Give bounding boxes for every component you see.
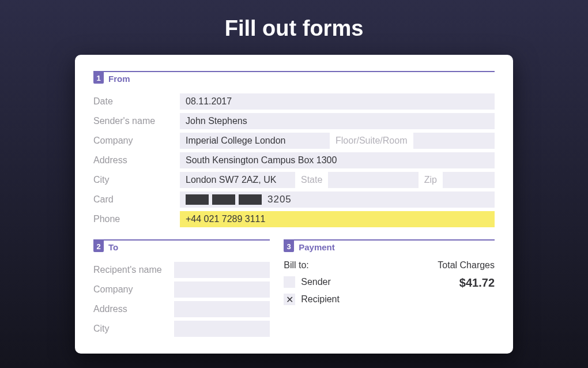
sender-label: Sender's name: [93, 116, 180, 126]
section-from-header: 1 From: [93, 71, 495, 85]
row-card: Card 3205: [93, 190, 495, 209]
date-field[interactable]: 08.11.2017: [180, 93, 495, 110]
bill-to-group: Bill to: Sender ✕ Recipient: [284, 260, 438, 311]
city-field[interactable]: London SW7 2AZ, UK: [180, 172, 295, 188]
form-card: 1 From Date 08.11.2017 Sender's name Joh…: [75, 55, 513, 354]
date-label: Date: [93, 96, 180, 107]
section-payment-number: 3: [284, 241, 294, 252]
section-to-header: 2 To: [93, 239, 270, 253]
card-masked-segment: [186, 194, 209, 205]
bill-sender-label: Sender: [301, 277, 331, 287]
bill-sender-checkbox[interactable]: [284, 276, 295, 288]
to-city-label: City: [93, 324, 174, 334]
card-field[interactable]: 3205: [180, 191, 495, 208]
page-title: Fill out forms: [225, 16, 364, 41]
to-city-field[interactable]: [174, 321, 270, 337]
state-field[interactable]: [328, 172, 418, 188]
section-from-number: 1: [93, 72, 104, 84]
sender-field[interactable]: John Stephens: [180, 113, 495, 129]
section-to-title: To: [108, 242, 118, 252]
row-date: Date 08.11.2017: [93, 92, 495, 111]
address-field[interactable]: South Kensington Campus Box 1300: [180, 152, 495, 168]
card-label: Card: [93, 194, 180, 205]
total-charges-label: Total Charges: [438, 260, 495, 271]
row-to-address: Address: [93, 299, 270, 319]
bill-recipient-row: ✕ Recipient: [284, 294, 438, 305]
zip-label: Zip: [419, 175, 443, 185]
company-label: Company: [93, 136, 180, 146]
section-payment: 3 Payment Bill to: Sender ✕ Recipient: [284, 239, 495, 339]
card-visible-digits: 3205: [267, 194, 292, 205]
card-masked-segment: [239, 194, 262, 205]
floor-label: Floor/Suite/Room: [330, 136, 413, 146]
row-recipient: Recipent's name: [93, 260, 270, 280]
section-payment-title: Payment: [299, 242, 335, 252]
floor-field[interactable]: [413, 133, 495, 149]
recipient-field[interactable]: [174, 262, 270, 278]
recipient-label: Recipent's name: [93, 265, 174, 275]
row-city: City London SW7 2AZ, UK State Zip: [93, 170, 495, 190]
zip-field[interactable]: [443, 172, 495, 188]
phone-label: Phone: [93, 214, 180, 224]
payment-body: Bill to: Sender ✕ Recipient Total Charge…: [284, 260, 495, 311]
bill-sender-row: Sender: [284, 276, 438, 288]
card-masked-segment: [212, 194, 235, 205]
to-address-field[interactable]: [174, 301, 270, 317]
to-company-field[interactable]: [174, 281, 270, 298]
row-address: Address South Kensington Campus Box 1300: [93, 151, 495, 170]
state-label: State: [295, 175, 328, 185]
row-to-city: City: [93, 319, 270, 339]
section-to-number: 2: [93, 241, 104, 252]
total-charges-group: Total Charges $41.72: [438, 260, 495, 290]
address-label: Address: [93, 155, 180, 166]
lower-columns: 2 To Recipent's name Company Address Cit…: [93, 239, 495, 339]
bill-recipient-checkbox[interactable]: ✕: [284, 294, 295, 305]
row-to-company: Company: [93, 280, 270, 299]
row-phone: Phone +44 021 7289 3111: [93, 209, 495, 229]
bill-recipient-label: Recipient: [301, 294, 340, 305]
to-company-label: Company: [93, 284, 174, 295]
row-company: Company Imperial College London Floor/Su…: [93, 131, 495, 151]
company-field[interactable]: Imperial College London: [180, 133, 330, 149]
row-sender: Sender's name John Stephens: [93, 111, 495, 131]
section-to: 2 To Recipent's name Company Address Cit…: [93, 239, 270, 339]
city-label: City: [93, 175, 180, 185]
to-address-label: Address: [93, 304, 174, 314]
total-charges-value: $41.72: [438, 276, 495, 290]
bill-to-label: Bill to:: [284, 260, 438, 271]
phone-field[interactable]: +44 021 7289 3111: [180, 211, 495, 227]
section-from-title: From: [108, 74, 130, 84]
section-payment-header: 3 Payment: [284, 239, 495, 253]
